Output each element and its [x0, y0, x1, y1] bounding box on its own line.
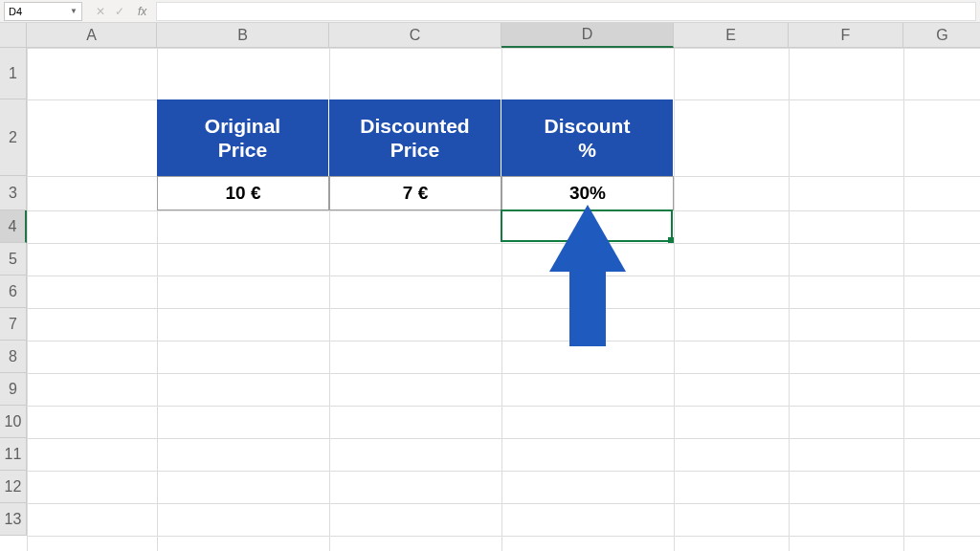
row-header-6[interactable]: 6 — [0, 276, 27, 308]
formula-bar-buttons: ✕ ✓ fx — [88, 5, 154, 18]
formula-bar: D4 ▼ ✕ ✓ fx — [0, 0, 980, 23]
name-box-value: D4 — [9, 6, 22, 17]
fx-label[interactable]: fx — [134, 5, 146, 18]
col-header-G[interactable]: G — [903, 23, 980, 48]
cancel-icon[interactable]: ✕ — [96, 5, 105, 18]
row-header-1[interactable]: 1 — [0, 48, 27, 99]
row-header-7[interactable]: 7 — [0, 308, 27, 341]
row-header-8[interactable]: 8 — [0, 341, 27, 373]
row-header-2[interactable]: 2 — [0, 99, 27, 176]
row-header-4[interactable]: 4 — [0, 210, 27, 243]
col-header-A[interactable]: A — [27, 23, 157, 48]
row-header-3[interactable]: 3 — [0, 176, 27, 210]
row-header-9[interactable]: 9 — [0, 373, 27, 406]
select-all-corner[interactable] — [0, 23, 27, 48]
name-box[interactable]: D4 ▼ — [4, 2, 82, 21]
active-cell-selection — [501, 209, 673, 242]
spreadsheet: ABCDEFG 12345678910111213 Original Price… — [0, 23, 980, 551]
col-header-F[interactable]: F — [789, 23, 903, 48]
col-header-C[interactable]: C — [329, 23, 501, 48]
col-header-B[interactable]: B — [157, 23, 329, 48]
row-header-10[interactable]: 10 — [0, 406, 27, 438]
row-header-12[interactable]: 12 — [0, 471, 27, 503]
cell-C3[interactable]: 7 € — [329, 176, 501, 210]
cell-D2[interactable]: Discount % — [501, 99, 674, 176]
col-header-D[interactable]: D — [501, 23, 674, 48]
row-header-5[interactable]: 5 — [0, 243, 27, 276]
confirm-icon[interactable]: ✓ — [115, 5, 124, 18]
column-headers: ABCDEFG — [27, 23, 980, 48]
row-header-11[interactable]: 11 — [0, 438, 27, 471]
row-headers: 12345678910111213 — [0, 48, 27, 536]
cell-D3[interactable]: 30% — [501, 176, 674, 210]
formula-input[interactable] — [156, 2, 976, 21]
cell-B2[interactable]: Original Price — [157, 99, 329, 176]
col-header-E[interactable]: E — [674, 23, 789, 48]
cell-C2[interactable]: Discounted Price — [329, 99, 501, 176]
cell-B3[interactable]: 10 € — [157, 176, 329, 210]
chevron-down-icon[interactable]: ▼ — [70, 7, 78, 15]
row-header-13[interactable]: 13 — [0, 503, 27, 536]
